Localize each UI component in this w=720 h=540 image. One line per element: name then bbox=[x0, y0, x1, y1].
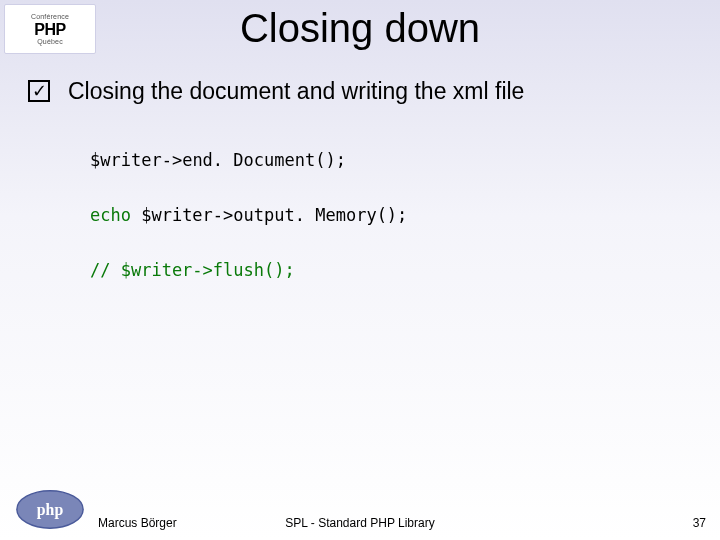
checkbox-icon: ✓ bbox=[28, 80, 50, 102]
bullet-text: Closing the document and writing the xml… bbox=[68, 78, 524, 105]
code-line-1: $writer->end. Document(); bbox=[90, 150, 346, 170]
code-token: (); bbox=[315, 150, 346, 170]
code-token: echo bbox=[90, 205, 141, 225]
bullet-row: ✓ Closing the document and writing the x… bbox=[28, 78, 524, 105]
code-line-2: echo $writer->output. Memory(); bbox=[90, 205, 407, 225]
code-token: output. Memory bbox=[233, 205, 376, 225]
footer: Marcus Börger SPL - Standard PHP Library… bbox=[0, 510, 720, 530]
code-token: $writer bbox=[141, 205, 213, 225]
code-token: -> bbox=[213, 205, 233, 225]
code-token: (); bbox=[377, 205, 408, 225]
code-token: end. Document bbox=[182, 150, 315, 170]
code-token: -> bbox=[162, 150, 182, 170]
slide-title: Closing down bbox=[0, 6, 720, 51]
slide: Conférence PHP Québec Closing down ✓ Clo… bbox=[0, 0, 720, 540]
code-line-3: // $writer->flush(); bbox=[90, 260, 295, 280]
footer-title: SPL - Standard PHP Library bbox=[0, 516, 720, 530]
code-token: $writer bbox=[90, 150, 162, 170]
page-number: 37 bbox=[693, 516, 706, 530]
